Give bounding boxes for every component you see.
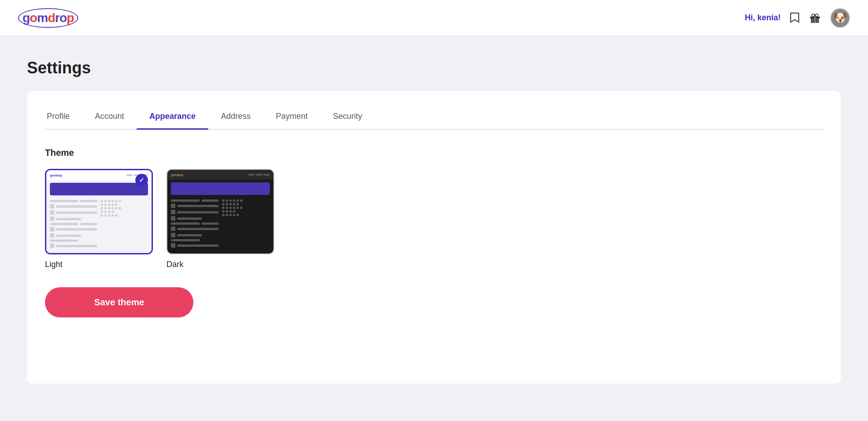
tab-security[interactable]: Security xyxy=(320,104,375,130)
save-theme-button[interactable]: Save theme xyxy=(45,287,193,317)
tab-address[interactable]: Address xyxy=(208,104,263,130)
light-theme-label: Light xyxy=(45,260,63,269)
theme-card-light[interactable]: ✓ gomdrop xyxy=(45,169,153,269)
nav-greeting: Hi, kenia! xyxy=(745,13,781,23)
selected-checkmark: ✓ xyxy=(135,174,148,186)
gift-button[interactable] xyxy=(809,12,821,24)
tab-appearance[interactable]: Appearance xyxy=(137,104,208,130)
theme-card-dark[interactable]: gomdrop xyxy=(166,169,274,269)
tabs-bar: Profile Account Appearance Address Payme… xyxy=(45,104,823,130)
tab-profile[interactable]: Profile xyxy=(45,104,82,130)
main-content: Settings Profile Account Appearance Addr… xyxy=(0,36,868,406)
light-theme-preview[interactable]: ✓ gomdrop xyxy=(45,169,153,254)
tab-account[interactable]: Account xyxy=(82,104,137,130)
avatar[interactable]: 🐶 xyxy=(830,8,850,28)
dark-theme-label: Dark xyxy=(166,260,183,269)
theme-options: ✓ gomdrop xyxy=(45,169,823,269)
settings-card: Profile Account Appearance Address Payme… xyxy=(27,91,841,384)
theme-section: Theme ✓ gomdrop xyxy=(45,148,823,317)
dark-theme-preview[interactable]: gomdrop xyxy=(166,169,274,254)
nav-right: Hi, kenia! 🐶 xyxy=(745,8,850,28)
page-title: Settings xyxy=(27,59,841,77)
logo-text: gomdrop xyxy=(22,11,74,25)
bookmark-button[interactable] xyxy=(790,12,800,24)
theme-section-label: Theme xyxy=(45,148,823,158)
logo[interactable]: gomdrop xyxy=(18,8,78,28)
tab-payment[interactable]: Payment xyxy=(263,104,320,130)
navbar: gomdrop Hi, kenia! 🐶 xyxy=(0,0,868,36)
